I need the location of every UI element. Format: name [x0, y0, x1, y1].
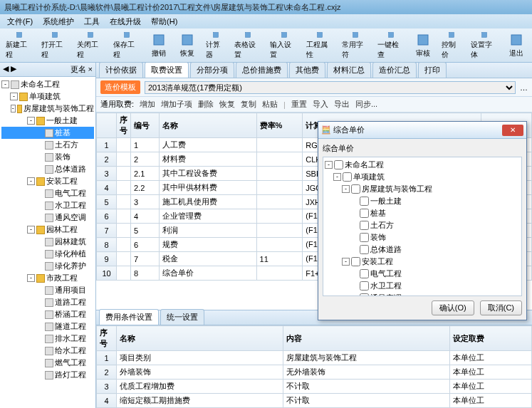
column-header[interactable]: 名称 [160, 113, 257, 138]
tblset-button[interactable]: 表格设置 [231, 30, 264, 61]
tree-item[interactable]: 道路工程 [1, 296, 94, 308]
toggle-icon[interactable]: - [10, 93, 18, 100]
tree-item[interactable]: 隧道工程 [1, 320, 94, 333]
main-tab[interactable]: 造价汇总 [372, 62, 417, 78]
toggle-icon[interactable]: - [27, 117, 35, 125]
tree-item[interactable]: 电气工程 [1, 187, 94, 199]
check-button[interactable]: 一键检查 [375, 30, 407, 61]
action-link[interactable]: 增加子项 [158, 100, 195, 108]
tree-item[interactable]: 通风空调 [1, 211, 94, 224]
toggle-icon[interactable]: - [27, 274, 35, 282]
tree-item[interactable]: 水卫工程 [325, 280, 520, 292]
column-header[interactable]: 名称 [117, 326, 283, 351]
action-link[interactable]: 复制 [238, 100, 259, 108]
toggle-icon[interactable]: - [27, 226, 35, 234]
sidebar-rename[interactable]: 更名 × [71, 64, 93, 75]
tree-item[interactable]: 水卫工程 [1, 199, 94, 211]
main-tab[interactable]: 分部分项 [190, 62, 234, 78]
font-button[interactable]: 常用字符 [339, 30, 372, 61]
inset-button[interactable]: 输入设置 [267, 30, 300, 61]
tree-item[interactable]: -安装工程 [1, 175, 94, 187]
tree-item[interactable]: 燃气工程 [1, 357, 94, 369]
tree-item[interactable]: 总体道路 [1, 163, 94, 175]
action-link[interactable]: 恢复 [217, 100, 238, 108]
toggle-icon[interactable]: - [325, 161, 333, 169]
toggle-icon[interactable]: - [333, 173, 341, 181]
tree-item[interactable]: 路灯工程 [1, 369, 94, 381]
tree-item[interactable]: 绿化种植 [1, 248, 94, 260]
column-header[interactable]: 内容 [283, 326, 450, 351]
toggle-icon[interactable]: - [27, 177, 35, 185]
open-button[interactable]: 打开工程 [38, 30, 71, 61]
toggle-icon[interactable]: - [342, 258, 350, 266]
undo-button[interactable]: 撤销 [146, 30, 172, 61]
tree-item[interactable]: -未命名工程 [1, 78, 94, 90]
tree-item[interactable]: 绿化养护 [1, 260, 94, 272]
price-template-more-icon[interactable]: … [520, 83, 528, 92]
menu-item[interactable]: 工具 [80, 15, 104, 28]
calc-button[interactable]: 计算器 [203, 30, 229, 61]
new-button[interactable]: 新建工程 [3, 30, 36, 61]
tree-checkbox[interactable] [334, 160, 343, 169]
tree-item[interactable]: -房屋建筑与装饰工程 [1, 103, 94, 115]
tree-item[interactable]: -单项建筑 [1, 90, 94, 103]
tree-checkbox[interactable] [360, 269, 369, 278]
tree-checkbox[interactable] [360, 245, 369, 254]
column-header[interactable]: 序号 [117, 113, 131, 138]
props-button[interactable]: 工程属性 [303, 30, 336, 61]
table-row[interactable]: 3优质工程增加费不计取本单位工 [97, 380, 532, 394]
tree-item[interactable]: -房屋建筑与装饰工程 [325, 183, 520, 195]
main-tab[interactable]: 总价措施费 [236, 62, 288, 78]
action-link[interactable]: 同步... [353, 100, 380, 108]
tree-checkbox[interactable] [351, 257, 360, 266]
condition-tab[interactable]: 费用条件设置 [99, 309, 159, 325]
setfont-button[interactable]: 设置字体 [468, 30, 501, 61]
close-icon[interactable]: ✕ [502, 125, 523, 136]
menu-item[interactable]: 在线升级 [105, 15, 145, 28]
action-link[interactable]: 粘贴 [259, 100, 281, 108]
tree-item[interactable]: 园林建筑 [1, 236, 94, 248]
close-button[interactable]: 关闭工程 [74, 30, 107, 61]
exit-button[interactable]: 退出 [504, 30, 529, 61]
menu-item[interactable]: 帮助(H) [147, 15, 182, 28]
tree-checkbox[interactable] [360, 209, 369, 218]
tree-item[interactable]: 给水工程 [1, 345, 94, 357]
tree-checkbox[interactable] [343, 172, 352, 182]
tree-checkbox[interactable] [360, 221, 369, 230]
tree-item[interactable]: 总体道路 [325, 244, 520, 256]
tree-checkbox[interactable] [360, 233, 369, 242]
action-link[interactable]: 删除 [195, 100, 217, 108]
audit-button[interactable]: 审核 [410, 30, 436, 61]
tree-item[interactable]: -市政工程 [1, 272, 94, 284]
action-link[interactable]: 增加 [137, 100, 158, 108]
tree-item[interactable]: -未命名工程 [325, 159, 520, 171]
toggle-icon[interactable]: - [1, 80, 9, 88]
main-tab[interactable]: 取费设置 [145, 62, 189, 78]
toggle-icon[interactable]: - [11, 105, 16, 113]
tree-item[interactable]: 排水工程 [1, 333, 94, 345]
sidebar-back-icon[interactable]: ◀ ▶ [3, 64, 16, 75]
tree-item[interactable]: 桥涵工程 [1, 308, 94, 320]
tree-item[interactable]: 装饰 [325, 231, 520, 244]
column-header[interactable]: 设定取费 [450, 326, 532, 351]
ctrl-button[interactable]: 控制价 [439, 30, 465, 61]
tree-item[interactable]: -安装工程 [325, 256, 520, 268]
tree-item[interactable]: 桩基 [325, 207, 520, 219]
tree-checkbox[interactable] [351, 184, 360, 194]
ok-button[interactable]: 确认(O) [432, 300, 474, 315]
main-tab[interactable]: 打印 [418, 62, 447, 78]
tree-item[interactable]: 桩基 [1, 127, 94, 139]
tree-item[interactable]: 土石方 [1, 139, 94, 151]
column-header[interactable]: 序号 [97, 326, 117, 351]
tree-item[interactable]: -园林工程 [1, 224, 94, 236]
action-link[interactable]: 重置 [288, 100, 310, 108]
price-template-select[interactable]: 2013清单规范(17费用定额) [145, 81, 516, 94]
main-tab[interactable]: 其他费 [289, 62, 325, 78]
menu-item[interactable]: 文件(F) [3, 15, 37, 28]
tree-item[interactable]: 土石方 [325, 219, 520, 231]
save-button[interactable]: 保存工程 [110, 30, 143, 61]
condition-tab[interactable]: 统一设置 [160, 309, 204, 325]
table-row[interactable]: 2外墙装饰无外墙装饰本单位工 [97, 365, 532, 380]
cancel-button[interactable]: 取消(C) [480, 300, 522, 315]
tree-item[interactable]: 装饰 [1, 151, 94, 163]
